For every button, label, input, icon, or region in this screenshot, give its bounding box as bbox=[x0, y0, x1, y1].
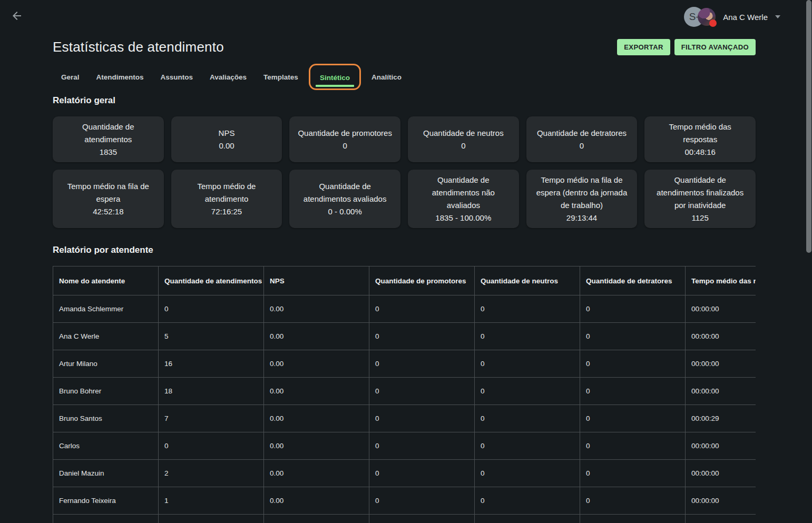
table-row: Fernando Teixeira 1 0.00 0 0 0 00:00:00 bbox=[53, 487, 756, 515]
cell-tempo: 00:00:00 bbox=[686, 487, 756, 515]
cell-promotores: 0 bbox=[369, 350, 475, 378]
page-header: Estatísticas de atendimento EXPORTAR FIL… bbox=[53, 39, 756, 55]
tab-sintetico[interactable]: Sintético bbox=[309, 64, 361, 90]
stat-value: 0 bbox=[343, 140, 347, 152]
stat-label: Quantidade de atendimentos bbox=[60, 121, 156, 146]
cell-atendimentos: 0 bbox=[159, 295, 264, 323]
stat-card-promotores: Quantidade de promotores 0 bbox=[289, 116, 400, 162]
cell-detratores: 0 bbox=[580, 405, 686, 432]
stat-card-nps: NPS 0.00 bbox=[171, 116, 282, 162]
cell-atendimentos: 7 bbox=[159, 405, 264, 432]
cell-neutros: 0 bbox=[475, 378, 580, 405]
back-button[interactable] bbox=[9, 9, 24, 24]
user-menu[interactable]: S- Ana C Werle bbox=[684, 5, 780, 28]
cell-detratores: 0 bbox=[580, 350, 686, 378]
cell-tempo: 00:00:00 bbox=[686, 323, 756, 350]
column-header-nps: NPS bbox=[264, 267, 369, 295]
stat-card-detratores: Quantidade de detratores 0 bbox=[526, 116, 638, 162]
cell-atendimentos bbox=[159, 515, 264, 523]
cell-nome: Ana C Werle bbox=[53, 323, 159, 350]
tab-sintetico-label: Sintético bbox=[320, 74, 350, 82]
tab-geral[interactable]: Geral bbox=[53, 69, 88, 85]
cell-detratores: 0 bbox=[580, 460, 686, 487]
export-button[interactable]: EXPORTAR bbox=[617, 39, 670, 55]
cell-nps bbox=[264, 515, 369, 523]
tab-assuntos[interactable]: Assuntos bbox=[152, 69, 202, 85]
user-name: Ana C Werle bbox=[723, 13, 768, 22]
stat-value: 72:16:25 bbox=[211, 205, 242, 218]
table-row: Amanda Schlemmer 0 0.00 0 0 0 00:00:00 bbox=[53, 295, 756, 323]
cell-nps: 0.00 bbox=[264, 378, 369, 405]
cell-promotores: 0 bbox=[369, 378, 475, 405]
cell-tempo: 00:00:00 bbox=[686, 350, 756, 378]
cell-atendimentos: 0 bbox=[159, 432, 264, 460]
cell-neutros: 0 bbox=[475, 295, 580, 323]
cell-neutros bbox=[475, 515, 580, 523]
table-row: Ana C Werle 5 0.00 0 0 0 00:00:00 bbox=[53, 323, 756, 350]
stat-value: 1835 - 100.00% bbox=[435, 212, 491, 224]
cell-nome: Fernando Teixeira bbox=[53, 487, 159, 515]
stat-card-fila-jornada: Tempo médio na fila de espera (dentro da… bbox=[526, 170, 638, 228]
stat-label: Tempo médio de atendimento bbox=[179, 180, 275, 205]
stat-card-inatividade: Quantidade de atendimentos finalizados p… bbox=[644, 170, 756, 228]
arrow-left-icon bbox=[11, 9, 23, 24]
cell-nps: 0.00 bbox=[264, 432, 369, 460]
tab-avaliacoes[interactable]: Avaliações bbox=[201, 69, 255, 85]
tab-templates[interactable]: Templates bbox=[255, 69, 307, 85]
cell-promotores: 0 bbox=[369, 295, 475, 323]
table-row: Bruno Bohrer 18 0.00 0 0 0 00:00:00 bbox=[53, 378, 756, 405]
stat-card-neutros: Quantidade de neutros 0 bbox=[408, 116, 519, 162]
stat-value: 0 - 0.00% bbox=[328, 205, 362, 218]
cell-atendimentos: 16 bbox=[159, 350, 264, 378]
stat-label: Tempo médio das respostas bbox=[652, 121, 748, 146]
stat-label: Quantidade de detratores bbox=[537, 127, 627, 140]
cell-nps: 0.00 bbox=[264, 350, 369, 378]
stat-label: Quantidade de promotores bbox=[298, 127, 392, 140]
cell-atendimentos: 5 bbox=[159, 323, 264, 350]
cell-neutros: 0 bbox=[475, 432, 580, 460]
cell-promotores bbox=[369, 515, 475, 523]
page-title: Estatísticas de atendimento bbox=[53, 39, 224, 55]
stat-value: 0 bbox=[580, 140, 584, 152]
stat-label: Quantidade de atendimentos não avaliados bbox=[415, 174, 512, 212]
tab-atendimentos[interactable]: Atendimentos bbox=[88, 69, 152, 85]
table-row bbox=[53, 515, 756, 523]
chevron-down-icon bbox=[775, 15, 780, 18]
stat-value: 0 bbox=[461, 140, 465, 152]
table-row: Bruno Santos 7 0.00 0 0 0 00:00:29 bbox=[53, 405, 756, 432]
cell-atendimentos: 1 bbox=[159, 487, 264, 515]
cell-tempo bbox=[686, 515, 756, 523]
stat-value: 29:13:44 bbox=[566, 212, 597, 224]
stat-card-atendimentos: Quantidade de atendimentos 1835 bbox=[53, 116, 164, 162]
cell-detratores: 0 bbox=[580, 378, 686, 405]
column-header-promotores: Quantidade de promotores bbox=[369, 267, 475, 295]
stat-value: 42:52:18 bbox=[93, 205, 123, 218]
stat-label: Quantidade de atendimentos finalizados p… bbox=[652, 174, 748, 212]
cell-promotores: 0 bbox=[369, 487, 475, 515]
cell-atendimentos: 2 bbox=[159, 460, 264, 487]
stat-label: Tempo médio na fila de espera bbox=[60, 180, 156, 205]
cell-tempo: 00:00:00 bbox=[686, 460, 756, 487]
cell-nps: 0.00 bbox=[264, 295, 369, 323]
cell-promotores: 0 bbox=[369, 405, 475, 432]
main-content: Estatísticas de atendimento EXPORTAR FIL… bbox=[0, 34, 812, 523]
agent-report-table-container: Nome do atendente Quantidade de atendime… bbox=[53, 266, 756, 523]
tab-analitico[interactable]: Analítico bbox=[363, 69, 410, 85]
cell-atendimentos: 18 bbox=[159, 378, 264, 405]
stat-cards-grid: Quantidade de atendimentos 1835 NPS 0.00… bbox=[53, 116, 756, 228]
column-header-atendimentos: Quantidade de atendimentos bbox=[159, 267, 264, 295]
agent-report-table: Nome do atendente Quantidade de atendime… bbox=[53, 266, 756, 523]
cell-nome: Artur Milano bbox=[53, 350, 159, 378]
cell-neutros: 0 bbox=[475, 460, 580, 487]
stat-card-avaliados: Quantidade de atendimentos avaliados 0 -… bbox=[289, 170, 400, 228]
stat-label: NPS bbox=[219, 127, 235, 140]
cell-promotores: 0 bbox=[369, 323, 475, 350]
scrollbar-thumb[interactable] bbox=[806, 0, 811, 253]
cell-nps: 0.00 bbox=[264, 487, 369, 515]
column-header-neutros: Quantidade de neutros bbox=[475, 267, 580, 295]
stat-card-tempo-atendimento: Tempo médio de atendimento 72:16:25 bbox=[171, 170, 282, 228]
cell-detratores: 0 bbox=[580, 487, 686, 515]
table-row: Daniel Mazuin 2 0.00 0 0 0 00:00:00 bbox=[53, 460, 756, 487]
advanced-filter-button[interactable]: FILTRO AVANÇADO bbox=[674, 39, 756, 55]
cell-tempo: 00:00:00 bbox=[686, 432, 756, 460]
